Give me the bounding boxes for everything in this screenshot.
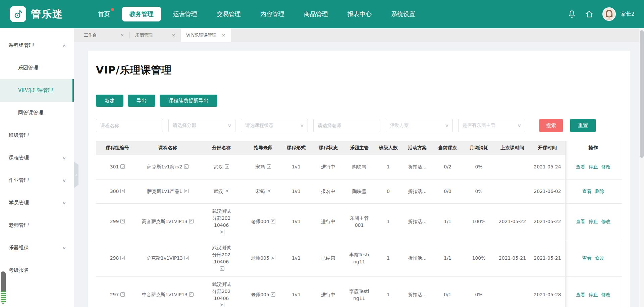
action-edit-link[interactable]: 修改 [601,292,611,297]
copy-icon[interactable] [120,189,125,193]
copy-icon[interactable] [120,256,125,260]
filter-select-请选课程状态[interactable]: 请选课程状态∨ [241,119,308,132]
copy-icon[interactable] [184,189,189,193]
button-导出[interactable]: 导出 [128,95,155,107]
copy-icon[interactable] [189,219,194,223]
nav-item-首页[interactable]: 首页 [91,7,117,21]
filter-select-是否有乐团主管[interactable]: 是否有乐团主管∨ [458,119,525,132]
copy-icon[interactable] [271,219,275,223]
sidebar-item-老师管理[interactable]: 老师管理 [0,214,74,237]
copy-icon[interactable] [267,189,271,193]
copy-icon[interactable] [189,292,194,297]
cell-supervisor: 陶映雪 [344,179,374,203]
select-placeholder: 是否有乐团主管 [463,122,495,129]
sidebar-item-课程管理[interactable]: 课程管理∨ [0,147,74,169]
nav-item-运营管理[interactable]: 运营管理 [166,7,205,21]
sidebar-item-乐团管理[interactable]: 乐团管理 [0,57,74,79]
copy-icon[interactable] [225,164,229,169]
sidebar-item-作业管理[interactable]: 作业管理∨ [0,169,74,192]
cell-text: 100% [465,218,493,225]
cell-form: 1v1 [280,155,312,179]
action-view-link[interactable]: 查看 [582,255,592,261]
action-edit-link[interactable]: 修改 [601,164,611,169]
cell-last_time [495,179,530,203]
tab-VIP/乐理课管理[interactable]: VIP/乐理课管理× [181,28,231,42]
copy-icon[interactable] [120,164,125,169]
home-icon[interactable] [585,10,594,18]
username-label[interactable]: 家长2 [621,11,635,18]
cell-teacher: 老师004 [246,203,280,240]
copy-icon[interactable] [184,164,189,169]
action-view-link[interactable]: 查看 [582,189,592,194]
bell-icon[interactable] [568,10,576,18]
search-button[interactable]: 搜索 [539,119,563,132]
user-avatar[interactable] [602,7,616,21]
input-请选择老师[interactable] [318,123,376,128]
nav-item-系统设置[interactable]: 系统设置 [384,7,423,21]
action-view-link[interactable]: 查看 [576,219,585,224]
copy-icon[interactable] [120,292,125,297]
cell-text: 2021-05-21 [532,255,563,262]
sidebar-item-考级报名[interactable]: 考级报名 [0,259,74,282]
cell-text: 1 [376,163,400,170]
button-课程续费提醒导出[interactable]: 课程续费提醒导出 [160,95,217,107]
table-header-row: 课程组编号课程名称分部名称指导老师课程形式课程状态乐团主管班级人数活动方案当前课… [96,141,622,155]
sidebar-item-网管课管理[interactable]: 网管课管理 [0,102,74,124]
nav-item-报表中心[interactable]: 报表中心 [340,7,379,21]
tab-close-icon[interactable]: × [222,33,225,38]
filter-select-请选择分部[interactable]: 请选择分部∨ [168,119,235,132]
action-stop-link[interactable]: 停止 [589,164,598,169]
action-view-link[interactable]: 查看 [576,292,585,297]
copy-icon[interactable] [267,164,271,169]
sidebar-item-VIP/乐理课管理[interactable]: VIP/乐理课管理 [0,79,74,102]
cell-monthly: 0% [463,179,495,203]
cell-branch: 武汉 [197,155,246,179]
cell-text: 1v1 [282,218,310,225]
copy-icon[interactable] [184,256,189,260]
cell-plan: 折扣活... [402,203,432,240]
filter-input-课程名称[interactable] [96,119,163,132]
cell-actions: 查看停止修改 [565,276,622,307]
tab-乐团管理[interactable]: 乐团管理× [130,28,181,42]
tab-close-icon[interactable]: × [120,33,124,38]
action-view-link[interactable]: 查看 [576,164,585,169]
cell-text: 0/2 [434,163,461,170]
copy-icon[interactable] [225,189,229,193]
sidebar-item-班级管理[interactable]: 班级管理 [0,124,74,147]
sidebar-item-课程组管理[interactable]: 课程组管理∧ [0,34,74,57]
copy-icon[interactable] [271,292,275,297]
button-新建[interactable]: 新建 [96,95,123,107]
copy-icon[interactable] [271,256,275,260]
page-scrollbar-thumb[interactable] [640,30,644,158]
sidebar-scrollbar-thumb[interactable] [1,271,6,304]
cell-text: 0/1 [434,291,461,298]
cell-text: 武汉测试分部20210406 [211,208,232,236]
action-delete-link[interactable]: 删除 [595,189,604,194]
copy-icon[interactable] [220,230,224,234]
copy-icon[interactable] [220,303,224,307]
tab-工作台[interactable]: 工作台× [78,28,129,42]
action-stop-link[interactable]: 停止 [589,292,598,297]
sidebar-item-乐器维保[interactable]: 乐器维保∨ [0,237,74,259]
cell-start_time: 2021-05-22 [530,203,565,240]
cell-text: 2021-05-28 [532,291,563,298]
reset-button[interactable]: 重置 [570,119,596,132]
sidebar-item-label: 班级管理 [9,132,29,139]
action-stop-link[interactable]: 停止 [589,219,598,224]
filter-select-活动方案[interactable]: 活动方案∨ [386,119,453,132]
copy-icon[interactable] [220,266,224,271]
cell-text: 1 [376,291,400,298]
sidebar-item-学员管理[interactable]: 学员管理∨ [0,192,74,214]
nav-item-教务管理[interactable]: 教务管理 [122,7,161,21]
nav-item-商品管理[interactable]: 商品管理 [297,7,335,21]
page-scrollbar[interactable] [639,28,644,307]
copy-icon[interactable] [120,219,125,223]
input-课程名称[interactable] [100,123,159,128]
nav-item-交易管理[interactable]: 交易管理 [209,7,248,21]
filter-input-请选择老师[interactable] [313,119,380,132]
nav-item-内容管理[interactable]: 内容管理 [253,7,292,21]
action-edit-link[interactable]: 修改 [595,255,604,261]
tab-close-icon[interactable]: × [172,33,175,38]
action-edit-link[interactable]: 修改 [601,219,611,224]
sidebar-collapse-handle[interactable]: ‹ [74,161,78,188]
